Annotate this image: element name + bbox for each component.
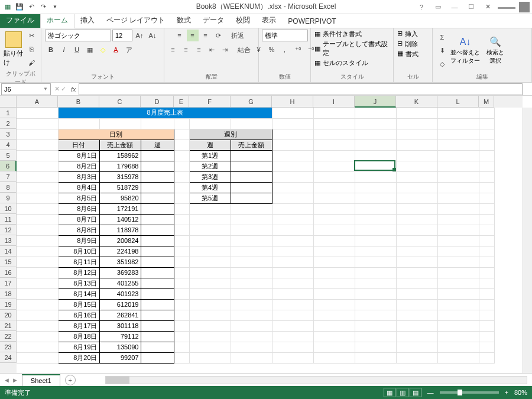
cell[interactable] [272,331,313,342]
cell[interactable] [141,193,174,203]
paste-button[interactable]: 貼り付け [4,30,23,69]
cell[interactable]: 週別 [189,129,272,140]
cell[interactable]: 日別 [58,129,174,140]
cell[interactable] [231,214,272,225]
cell[interactable]: 135090 [99,342,141,352]
cell[interactable] [396,235,437,246]
cell[interactable]: 8月16日 [58,310,99,320]
cell[interactable] [17,267,58,278]
cell[interactable]: 172191 [99,203,141,214]
cell[interactable] [141,342,174,352]
cell[interactable]: 369283 [99,267,141,278]
font-name-input[interactable] [45,30,111,41]
col-header[interactable]: A [17,96,58,108]
cell[interactable] [396,320,437,331]
cell[interactable] [231,267,272,278]
cell[interactable] [189,118,231,129]
col-header[interactable]: J [355,96,396,108]
cell[interactable] [231,310,272,320]
cell[interactable] [17,342,58,352]
cell[interactable] [437,267,479,278]
cell[interactable] [189,203,231,214]
tab-formulas[interactable]: 数式 [171,13,197,28]
cell[interactable] [174,278,189,288]
cell[interactable] [437,182,479,193]
cell[interactable] [272,310,313,320]
cell[interactable] [174,140,189,150]
cell[interactable] [189,299,231,310]
row-header[interactable]: 13 [0,235,17,246]
cell[interactable] [479,310,494,320]
col-header[interactable]: G [231,96,272,108]
cell[interactable] [141,331,174,342]
cell[interactable] [437,108,479,118]
name-box[interactable]: J6▼ [1,83,51,95]
format-cells-button[interactable]: ▦書式 [397,50,419,59]
row-header[interactable]: 18 [0,288,17,299]
cell[interactable] [272,129,313,140]
cell[interactable] [396,203,437,214]
cell[interactable] [313,310,355,320]
cell[interactable] [272,278,313,288]
cell[interactable] [17,193,58,203]
cell[interactable] [272,214,313,225]
orientation-icon[interactable]: ⟳ [213,30,225,41]
col-header[interactable]: E [174,96,189,108]
indent-dec-icon[interactable]: ⇤ [206,44,218,56]
cell[interactable]: 140512 [99,214,141,225]
font-size-input[interactable] [112,30,132,41]
inc-decimal-icon[interactable]: ⁺⁰ [292,44,304,56]
cell[interactable] [437,171,479,182]
cell[interactable] [355,352,396,363]
cell[interactable] [479,257,494,267]
cell[interactable]: 売上金額 [231,140,272,150]
undo-icon[interactable]: ↶ [26,2,37,12]
cell[interactable] [355,299,396,310]
cell[interactable] [313,225,355,235]
col-header[interactable]: H [272,96,313,108]
cell[interactable] [174,161,189,171]
cell[interactable] [17,214,58,225]
cell[interactable] [141,267,174,278]
cell[interactable] [272,140,313,150]
cell[interactable] [231,352,272,363]
cell[interactable] [231,278,272,288]
cell[interactable] [396,352,437,363]
cell[interactable] [189,257,231,267]
cond-format-button[interactable]: ▦条件付き書式 [314,30,362,38]
cell[interactable] [479,108,494,118]
cell[interactable] [174,352,189,363]
cell[interactable] [141,235,174,246]
cell[interactable]: 99207 [99,352,141,363]
cell[interactable] [17,320,58,331]
zoom-level[interactable]: 80% [514,389,527,396]
cell[interactable] [355,108,396,118]
cell[interactable] [396,299,437,310]
horizontal-scrollbar[interactable] [105,376,527,384]
cell[interactable] [231,257,272,267]
cell[interactable] [231,171,272,182]
cancel-formula-icon[interactable]: ✕ [54,85,60,93]
autosum-icon[interactable]: Σ [436,31,448,43]
cell[interactable]: 日付 [58,140,99,150]
cell[interactable] [313,171,355,182]
cell[interactable] [479,235,494,246]
row-header[interactable]: 10 [0,203,17,214]
delete-cells-button[interactable]: ⊟削除 [397,40,418,48]
tab-file[interactable]: ファイル [0,13,40,28]
cell[interactable] [396,225,437,235]
cell[interactable]: 第4週 [189,182,231,193]
cell[interactable] [396,331,437,342]
cell[interactable] [396,246,437,257]
cell[interactable] [272,225,313,235]
tab-view[interactable]: 表示 [256,13,282,28]
cell[interactable] [396,161,437,171]
cell[interactable] [272,267,313,278]
tab-insert[interactable]: 挿入 [74,13,100,28]
col-header[interactable]: C [99,96,141,108]
row-header[interactable]: 8 [0,182,17,193]
align-left-icon[interactable]: ≡ [167,44,179,56]
sheet-tab[interactable]: Sheet1 [22,374,60,386]
cell[interactable]: 8月4日 [58,182,99,193]
cell[interactable] [313,342,355,352]
